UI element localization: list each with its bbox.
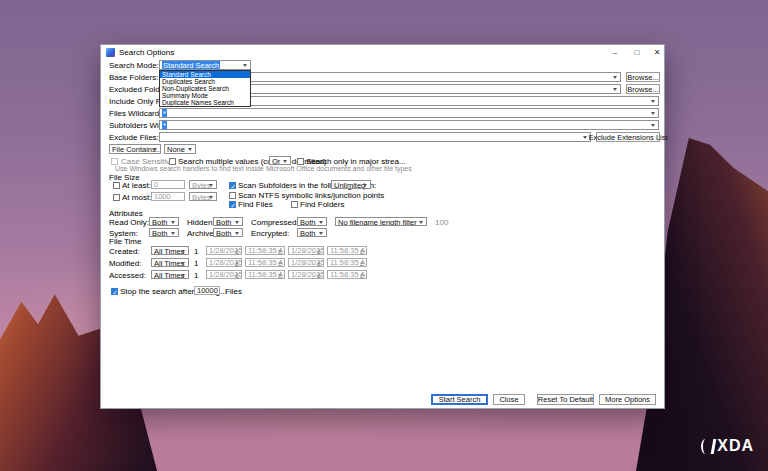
- modified-mode-combobox[interactable]: All Times: [151, 258, 189, 267]
- search-options-dialog: Search Options – □ ✕ Search Mode: Standa…: [100, 44, 665, 409]
- modified-date-from[interactable]: 1/28/2025: [206, 258, 242, 267]
- excluded-folders-browse-button[interactable]: Browse...: [626, 84, 660, 94]
- modified-date-to[interactable]: 1/28/2025: [288, 258, 324, 267]
- xda-logo-text: XDA: [717, 437, 754, 455]
- minimize-button[interactable]: –: [606, 45, 624, 60]
- created-time-to[interactable]: 11:58:35 A: [327, 246, 367, 255]
- multiple-values-checkbox[interactable]: [169, 158, 176, 165]
- accessed-date-to[interactable]: 1/28/2025: [288, 270, 324, 279]
- at-least-input[interactable]: 0: [151, 180, 185, 189]
- search-mode-label: Search Mode:: [109, 61, 159, 70]
- encrypted-combobox[interactable]: Both: [297, 228, 327, 237]
- ntfs-links-checkbox[interactable]: [229, 192, 236, 199]
- accessed-mode-combobox[interactable]: All Times: [151, 270, 189, 279]
- find-files-label: Find Files: [238, 200, 273, 209]
- filename-length-filter-combobox[interactable]: No filename length filter: [335, 217, 427, 226]
- accessed-count: 1: [194, 271, 198, 280]
- close-icon[interactable]: ✕: [648, 45, 666, 60]
- filename-length-value: 100: [435, 218, 448, 227]
- files-wildcard-combobox[interactable]: *: [159, 108, 659, 118]
- modified-time-from[interactable]: 11:58:35 A: [245, 258, 285, 267]
- more-options-button[interactable]: More Options: [599, 394, 656, 405]
- desktop-wallpaper: XDA Search Options – □ ✕ Search Mode: St…: [0, 0, 768, 471]
- file-contains-combobox[interactable]: File Contains...: [109, 144, 161, 154]
- start-search-button[interactable]: Start Search: [431, 394, 488, 405]
- accessed-label: Accessed:: [109, 271, 146, 280]
- at-least-unit-combobox[interactable]: Bytes: [189, 180, 217, 189]
- find-files-checkbox[interactable]: [229, 201, 236, 208]
- at-most-input[interactable]: 1000: [151, 192, 185, 201]
- modified-count: 1: [194, 259, 198, 268]
- or-and-combobox[interactable]: Or: [269, 156, 291, 165]
- created-date-from[interactable]: 1/28/2025: [206, 246, 242, 255]
- close-button[interactable]: Close: [493, 394, 525, 405]
- compressed-combobox[interactable]: Both: [297, 217, 327, 226]
- title-bar[interactable]: Search Options – □ ✕: [101, 45, 664, 60]
- at-least-label: At least:: [122, 181, 151, 190]
- system-combobox[interactable]: Both: [149, 228, 179, 237]
- find-folders-label: Find Folders: [300, 200, 344, 209]
- dropdown-option-duplicates-search[interactable]: Duplicates Search: [160, 78, 250, 85]
- created-date-to[interactable]: 1/28/2025: [288, 246, 324, 255]
- created-mode-combobox[interactable]: All Times: [151, 246, 189, 255]
- accessed-date-from[interactable]: 1/28/2025: [206, 270, 242, 279]
- compressed-label: Compressed:: [251, 218, 299, 227]
- encoding-combobox[interactable]: None: [164, 144, 196, 154]
- base-folders-label: Base Folders:: [109, 73, 158, 82]
- created-time-from[interactable]: 11:58:35 A: [245, 246, 285, 255]
- xda-logo-icon: [701, 439, 715, 454]
- search-handlers-hint: Use Windows search handlers to find text…: [115, 165, 412, 172]
- stop-after-checkbox[interactable]: [111, 288, 118, 295]
- dropdown-option-duplicate-names-search[interactable]: Duplicate Names Search: [160, 99, 250, 106]
- maximize-button[interactable]: □: [628, 45, 646, 60]
- archive-label: Archive:: [187, 229, 216, 238]
- at-most-label: At most:: [122, 193, 151, 202]
- find-folders-checkbox[interactable]: [291, 201, 298, 208]
- archive-combobox[interactable]: Both: [213, 228, 243, 237]
- dropdown-option-non-duplicates-search[interactable]: Non-Duplicates Search: [160, 85, 250, 92]
- hidden-label: Hidden:: [187, 218, 215, 227]
- at-least-checkbox[interactable]: [113, 182, 120, 189]
- hidden-combobox[interactable]: Both: [213, 217, 243, 226]
- base-folders-browse-button[interactable]: Browse...: [626, 72, 660, 82]
- major-stream-checkbox[interactable]: [297, 158, 304, 165]
- xda-logo: XDA: [701, 437, 754, 455]
- exclude-extensions-list-button[interactable]: Exclude Extensions List: [596, 132, 660, 142]
- subfolders-wildcard-combobox[interactable]: *: [159, 120, 659, 130]
- scan-depth-combobox[interactable]: Unlimited: [331, 180, 371, 189]
- exclude-files-combobox[interactable]: [159, 132, 591, 142]
- file-time-group-title: File Time: [109, 237, 141, 246]
- accessed-time-to[interactable]: 11:58:35 A: [327, 270, 367, 279]
- modified-label: Modified:: [109, 259, 141, 268]
- created-label: Created:: [109, 247, 140, 256]
- modified-time-to[interactable]: 11:58:35 A: [327, 258, 367, 267]
- window-title: Search Options: [119, 48, 174, 57]
- stop-after-input[interactable]: 10000: [194, 286, 220, 295]
- search-mode-dropdown-list: Standard Search Duplicates Search Non-Du…: [159, 70, 251, 107]
- attributes-group-title: Attributes: [109, 209, 143, 218]
- dropdown-option-standard-search[interactable]: Standard Search: [160, 71, 250, 78]
- scan-subfolders-checkbox[interactable]: [229, 182, 236, 189]
- dropdown-option-summary-mode[interactable]: Summary Mode: [160, 92, 250, 99]
- exclude-files-label: Exclude Files:: [109, 133, 159, 142]
- files-wildcard-label: Files Wildcard:: [109, 109, 161, 118]
- encrypted-label: Encrypted:: [251, 229, 289, 238]
- at-most-unit-combobox[interactable]: Bytes: [189, 192, 217, 201]
- accessed-time-from[interactable]: 11:58:35 A: [245, 270, 285, 279]
- reset-to-default-button[interactable]: Reset To Default: [537, 394, 594, 405]
- ntfs-links-label: Scan NTFS symbolic links/junction points: [238, 191, 384, 200]
- stop-after-unit-label: Files: [225, 287, 242, 296]
- created-count: 1: [194, 247, 198, 256]
- read-only-combobox[interactable]: Both: [149, 217, 179, 226]
- read-only-label: Read Only:: [109, 218, 149, 227]
- app-icon: [106, 48, 115, 57]
- search-mode-combobox[interactable]: Standard Search: [159, 60, 251, 70]
- case-sensitive-checkbox[interactable]: [111, 158, 118, 165]
- at-most-checkbox[interactable]: [113, 194, 120, 201]
